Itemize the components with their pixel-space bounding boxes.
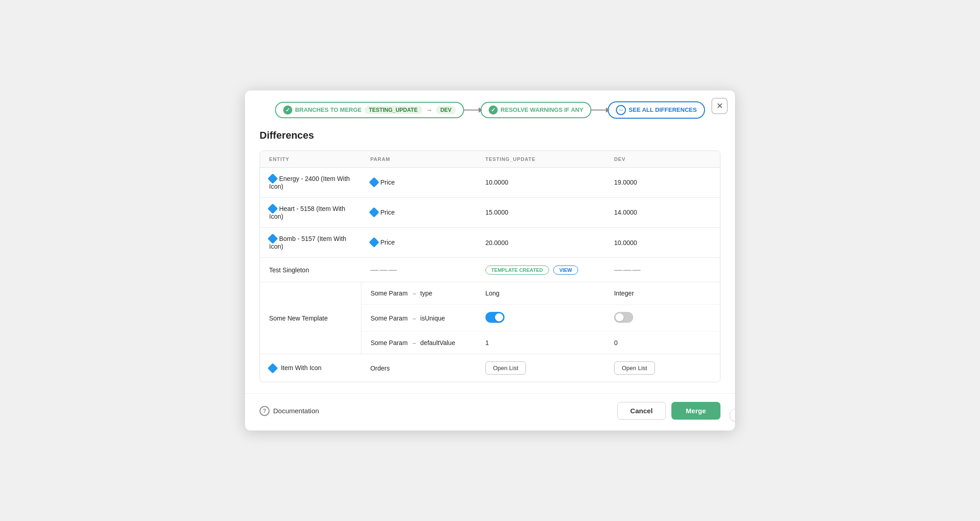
dev-singleton: ——— xyxy=(605,258,720,282)
dev-bomb: 10.0000 xyxy=(605,228,720,258)
param-type-label: type xyxy=(420,290,432,297)
template-created-badge: TEMPLATE CREATED xyxy=(485,266,549,275)
diamond-icon xyxy=(268,174,278,184)
table-header: ENTITY PARAM TESTING_UPDATE DEV xyxy=(260,151,720,168)
diamond-icon xyxy=(268,234,278,244)
table-row-some-new-template-type: Some New Template Some Param → type Long… xyxy=(260,282,720,305)
step-branches: ✓ BRANCHES TO MERGE TESTING_UPDATE → DEV xyxy=(275,102,464,118)
dev-type: Integer xyxy=(605,282,720,305)
step-check-icon: ✓ xyxy=(283,105,292,115)
param-bomb-label: Price xyxy=(380,239,395,246)
param-defaultvalue-label: defaultValue xyxy=(420,339,455,346)
documentation-label: Documentation xyxy=(273,407,319,415)
connector-2 xyxy=(591,110,608,110)
param-heart: Price xyxy=(361,197,476,227)
modal-content: Differences ENTITY PARAM TESTING_UPDATE … xyxy=(245,119,735,390)
testing-bomb: 20.0000 xyxy=(476,228,605,258)
table-row: Heart - 5158 (Item With Icon) Price 15.0… xyxy=(260,197,720,227)
step-resolve-check-icon: ✓ xyxy=(489,105,498,115)
entity-singleton: Test Singleton xyxy=(260,258,361,282)
step-tag-testing: TESTING_UPDATE xyxy=(365,106,422,114)
param-some-label: Some Param xyxy=(370,290,408,297)
steps-bar: ✓ BRANCHES TO MERGE TESTING_UPDATE → DEV… xyxy=(275,101,705,119)
modal-header: ✓ BRANCHES TO MERGE TESTING_UPDATE → DEV… xyxy=(245,90,735,119)
dev-defaultvalue: 0 xyxy=(605,332,720,354)
toggle-knob-off xyxy=(615,313,624,321)
col-dev: DEV xyxy=(605,151,720,168)
merge-button[interactable]: Merge xyxy=(671,402,720,420)
footer-buttons: Cancel Merge xyxy=(617,402,720,420)
param-some-label2: Some Param xyxy=(370,315,408,322)
param-diamond-icon xyxy=(369,207,379,218)
step-resolve-label: RESOLVE WARNINGS IF ANY xyxy=(500,106,583,113)
testing-orders: Open List xyxy=(476,354,605,382)
table-row-item-with-icon: Item With Icon Orders Open List Open Lis… xyxy=(260,354,720,382)
param-isunique-label: isUnique xyxy=(420,315,445,322)
col-param: PARAM xyxy=(361,151,476,168)
differences-table: ENTITY PARAM TESTING_UPDATE DEV Energy -… xyxy=(260,151,720,382)
cancel-button[interactable]: Cancel xyxy=(617,402,666,420)
open-list-button-dev[interactable]: Open List xyxy=(614,361,655,375)
toggle-testing-isunique[interactable] xyxy=(485,312,505,323)
table-row: Test Singleton ——— TEMPLATE CREATED VIEW… xyxy=(260,258,720,282)
param-diamond-icon xyxy=(369,237,379,248)
param-isunique: Some Param → isUnique xyxy=(361,305,476,332)
dev-orders: Open List xyxy=(605,354,720,382)
testing-type: Long xyxy=(476,282,605,305)
entity-heart: Heart - 5158 (Item With Icon) xyxy=(260,197,361,227)
param-diamond-icon xyxy=(369,177,379,188)
step-see-diff[interactable]: ··· SEE ALL DIFFERENCES xyxy=(608,101,705,119)
table-row: Bomb - 5157 (Item With Icon) Price 20.00… xyxy=(260,228,720,258)
param-energy: Price xyxy=(361,167,476,197)
step-see-diff-label: SEE ALL DIFFERENCES xyxy=(629,106,697,113)
table-body: Energy - 2400 (Item With Icon) Price 10.… xyxy=(260,167,720,382)
step-branches-label: BRANCHES TO MERGE xyxy=(295,106,361,113)
merge-modal: ✓ BRANCHES TO MERGE TESTING_UPDATE → DEV… xyxy=(245,90,735,431)
arrow-icon3: → xyxy=(411,340,417,346)
testing-isunique[interactable] xyxy=(476,305,605,332)
dash-val: ——— xyxy=(370,265,398,274)
close-button[interactable]: ✕ xyxy=(711,98,728,114)
arrow-icon2: → xyxy=(411,316,417,322)
entity-some-new-template-label: Some New Template xyxy=(269,315,328,322)
entity-energy-label: Energy - 2400 (Item With Icon) xyxy=(269,175,350,190)
modal-footer: ? Documentation Cancel Merge xyxy=(245,393,735,431)
diamond-icon xyxy=(268,204,278,214)
step-dots-icon: ··· xyxy=(616,105,626,115)
col-entity: ENTITY xyxy=(260,151,361,168)
param-some-label3: Some Param xyxy=(370,339,408,346)
documentation-link[interactable]: ? Documentation xyxy=(260,406,319,416)
diamond-icon xyxy=(268,363,278,373)
param-type: Some Param → type xyxy=(361,282,476,305)
entity-bomb-label: Bomb - 5157 (Item With Icon) xyxy=(269,235,346,250)
entity-some-new-template: Some New Template xyxy=(260,282,361,354)
entity-item-with-icon: Item With Icon xyxy=(260,354,361,382)
entity-energy: Energy - 2400 (Item With Icon) xyxy=(260,167,361,197)
param-bomb: Price xyxy=(361,228,476,258)
entity-item-icon-label: Item With Icon xyxy=(281,364,321,371)
toggle-knob xyxy=(495,313,503,321)
testing-heart: 15.0000 xyxy=(476,197,605,227)
testing-singleton: TEMPLATE CREATED VIEW xyxy=(476,258,605,282)
param-orders: Orders xyxy=(361,354,476,382)
differences-table-wrap: ENTITY PARAM TESTING_UPDATE DEV Energy -… xyxy=(260,150,720,383)
section-title: Differences xyxy=(260,130,720,141)
param-energy-label: Price xyxy=(380,179,395,186)
step-tag-dev: DEV xyxy=(436,106,456,114)
table-row: Energy - 2400 (Item With Icon) Price 10.… xyxy=(260,167,720,197)
param-singleton: ——— xyxy=(361,258,476,282)
param-heart-label: Price xyxy=(380,209,395,216)
dev-isunique xyxy=(605,305,720,332)
col-testing: TESTING_UPDATE xyxy=(476,151,605,168)
view-button[interactable]: VIEW xyxy=(553,266,578,275)
dev-heart: 14.0000 xyxy=(605,197,720,227)
toggle-dev-isunique xyxy=(614,312,633,323)
testing-defaultvalue: 1 xyxy=(476,332,605,354)
entity-bomb: Bomb - 5157 (Item With Icon) xyxy=(260,228,361,258)
open-list-button-testing[interactable]: Open List xyxy=(485,361,526,375)
dev-energy: 19.0000 xyxy=(605,167,720,197)
dash-val: ——— xyxy=(614,265,641,274)
entity-heart-label: Heart - 5158 (Item With Icon) xyxy=(269,205,345,220)
question-icon: ? xyxy=(260,406,270,416)
step-tag-arrow: → xyxy=(426,106,432,114)
